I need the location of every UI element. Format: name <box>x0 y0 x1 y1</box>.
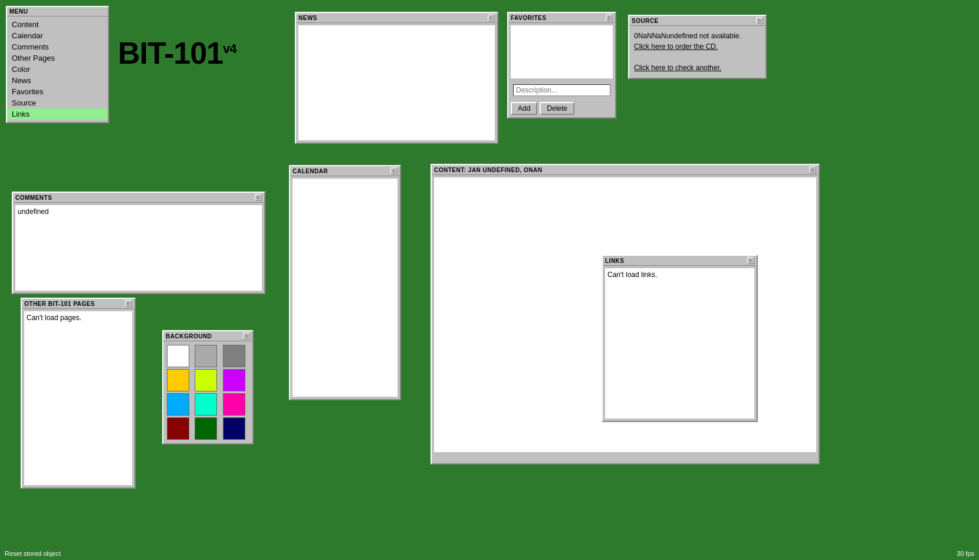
links-content: Can't load links. <box>605 268 754 419</box>
news-content <box>298 25 495 140</box>
source-line1: 0NaNNaNundefined not available. <box>634 32 741 40</box>
favorites-delete-button[interactable]: Delete <box>540 102 574 115</box>
menu-list: Content Calendar Comments Other Pages Co… <box>7 17 108 122</box>
news-titlebar: NEWS ○ <box>296 13 497 23</box>
other-pages-text: Can't load pages. <box>27 314 81 322</box>
color-grid <box>163 341 252 443</box>
background-close-button[interactable]: ○ <box>243 332 250 340</box>
menu-title: MENU <box>9 8 28 15</box>
sidebar-item-content[interactable]: Content <box>7 19 108 30</box>
comments-content: undefined <box>15 205 262 291</box>
calendar-titlebar: CALENDAR ○ <box>290 166 400 176</box>
calendar-content <box>293 179 397 397</box>
links-panel: LINKS ○ Can't load links. <box>602 255 758 422</box>
sidebar-item-comments[interactable]: Comments <box>7 41 108 52</box>
source-close-button[interactable]: ○ <box>756 17 763 24</box>
sidebar-item-news[interactable]: News <box>7 75 108 86</box>
source-title: SOURCE <box>632 18 659 24</box>
favorites-description-input[interactable] <box>513 84 610 96</box>
sidebar-item-color[interactable]: Color <box>7 64 108 75</box>
favorites-titlebar: FAVORITES ○ <box>508 13 615 23</box>
favorites-add-button[interactable]: Add <box>511 102 537 115</box>
color-swatch-yellow[interactable] <box>167 369 189 391</box>
news-panel: NEWS ○ <box>295 12 498 144</box>
color-swatch-darkred[interactable] <box>167 417 189 440</box>
status-left: Reset stored object <box>5 550 61 557</box>
background-titlebar: BACKGROUND ○ <box>163 331 252 341</box>
color-swatch-pink[interactable] <box>223 393 245 416</box>
color-swatch-blue[interactable] <box>167 393 189 416</box>
links-close-button[interactable]: ○ <box>747 257 754 264</box>
comments-close-button[interactable]: ○ <box>255 194 262 201</box>
comments-titlebar: COMMENTS ○ <box>13 193 264 203</box>
sidebar-item-calendar[interactable]: Calendar <box>7 30 108 41</box>
news-title: NEWS <box>298 15 317 21</box>
news-close-button[interactable]: ○ <box>488 14 495 21</box>
other-pages-panel: OTHER BIT-101 PAGES ○ Can't load pages. <box>21 298 136 489</box>
favorites-panel: FAVORITES ○ Add Delete <box>507 12 616 118</box>
color-swatch-cyan[interactable] <box>195 393 217 416</box>
sidebar-item-source[interactable]: Source <box>7 97 108 108</box>
source-link2[interactable]: Click here to check another. <box>634 64 721 72</box>
color-swatch-darkblue[interactable] <box>223 417 245 440</box>
calendar-close-button[interactable]: ○ <box>390 167 397 174</box>
status-right: 30 fps <box>957 550 974 557</box>
menu-titlebar: MENU <box>7 7 108 17</box>
sidebar-item-other-pages[interactable]: Other Pages <box>7 52 108 64</box>
calendar-title: CALENDAR <box>293 168 328 174</box>
links-titlebar: LINKS ○ <box>603 256 757 266</box>
comments-text: undefined <box>18 207 49 216</box>
content-titlebar: CONTENT: JAN UNDEFINED, ONAN ○ <box>432 165 819 175</box>
status-bar: Reset stored object 30 fps <box>0 547 979 560</box>
sidebar-item-favorites[interactable]: Favorites <box>7 86 108 97</box>
links-title: LINKS <box>605 258 625 264</box>
favorites-content-area <box>511 25 613 78</box>
other-pages-content: Can't load pages. <box>24 311 132 485</box>
color-swatch-darkgreen[interactable] <box>195 417 217 440</box>
source-panel: SOURCE ○ 0NaNNaNundefined not available.… <box>628 15 767 79</box>
content-close-button[interactable]: ○ <box>809 166 816 173</box>
brand-title: BIT-101v4 <box>118 35 236 71</box>
menu-panel: MENU Content Calendar Comments Other Pag… <box>6 6 109 123</box>
other-pages-title: OTHER BIT-101 PAGES <box>24 301 95 307</box>
other-pages-close-button[interactable]: ○ <box>125 300 132 307</box>
favorites-buttons: Add Delete <box>508 100 615 117</box>
source-content: 0NaNNaNundefined not available. Click he… <box>629 26 766 78</box>
favorites-title: FAVORITES <box>511 15 546 21</box>
background-title: BACKGROUND <box>166 333 212 340</box>
links-text: Can't load links. <box>607 271 657 279</box>
color-swatch-white[interactable] <box>167 345 189 367</box>
comments-panel: COMMENTS ○ undefined <box>12 192 265 294</box>
content-title: CONTENT: JAN UNDEFINED, ONAN <box>434 167 542 173</box>
comments-title: COMMENTS <box>15 195 52 201</box>
favorites-close-button[interactable]: ○ <box>606 14 613 21</box>
background-panel: BACKGROUND ○ <box>162 330 254 444</box>
source-titlebar: SOURCE ○ <box>629 16 766 26</box>
sidebar-item-links[interactable]: Links <box>7 108 108 120</box>
calendar-panel: CALENDAR ○ <box>289 165 401 400</box>
color-swatch-magenta[interactable] <box>223 369 245 391</box>
color-swatch-lime[interactable] <box>195 369 217 391</box>
other-pages-titlebar: OTHER BIT-101 PAGES ○ <box>22 299 134 309</box>
color-swatch-darkgray[interactable] <box>223 345 245 367</box>
source-link1[interactable]: Click here to order the CD. <box>634 42 718 51</box>
color-swatch-gray[interactable] <box>195 345 217 367</box>
